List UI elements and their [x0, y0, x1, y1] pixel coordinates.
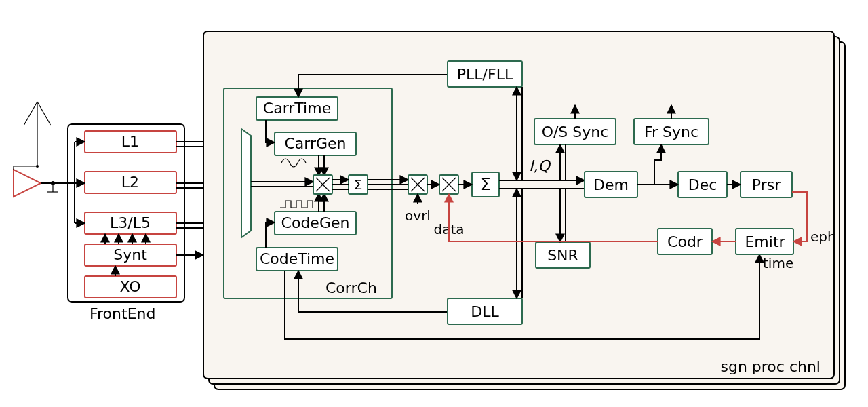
svg-marker-3 — [14, 170, 41, 197]
channel-panel-label: sgn proc chnl — [720, 358, 821, 375]
input-mux — [241, 129, 251, 237]
block-dll-label: DLL — [471, 303, 499, 320]
block-prsr-label: Prsr — [752, 176, 781, 193]
label-ovrl: ovrl — [405, 208, 431, 224]
block-synt-label: Synt — [113, 246, 147, 263]
block-codetime-label: CodeTime — [260, 250, 334, 267]
block-dec-label: Dec — [688, 176, 717, 193]
svg-line-2 — [37, 102, 51, 125]
diagram-root: FrontEnd L1 L2 L3/L5 Synt XO sgn proc ch… — [0, 0, 868, 407]
block-ossync-label: O/S Sync — [542, 123, 609, 140]
chain-sum-icon: Σ — [472, 172, 499, 197]
antenna-icon — [24, 102, 51, 156]
block-l3l5-label: L3/L5 — [110, 214, 151, 231]
block-l2-label: L2 — [121, 174, 139, 191]
block-emitr-label: Emitr — [745, 233, 785, 250]
label-eph: eph — [810, 229, 836, 245]
corr-mixer-icon — [313, 175, 332, 194]
data-mixer-icon — [439, 175, 458, 194]
block-snr-label: SNR — [547, 247, 578, 264]
block-frsync-label: Fr Sync — [644, 123, 698, 140]
frontend-label: FrontEnd — [90, 305, 155, 322]
block-l1-label: L1 — [121, 133, 139, 150]
block-pllfll-label: PLL/FLL — [457, 66, 513, 83]
lna-icon — [14, 170, 41, 197]
block-codr-label: Codr — [667, 233, 703, 250]
block-codegen-label: CodeGen — [281, 214, 350, 231]
corr-sum-icon: Σ — [349, 175, 368, 194]
block-xo-label: XO — [120, 278, 141, 295]
svg-text:Σ: Σ — [480, 175, 490, 194]
ovrl-mixer-icon — [408, 175, 427, 194]
svg-line-1 — [24, 102, 37, 125]
corrch-label: CorrCh — [326, 279, 377, 296]
svg-text:Σ: Σ — [354, 176, 363, 193]
label-time: time — [763, 255, 793, 271]
label-iq: I,Q — [529, 157, 551, 174]
block-dem-label: Dem — [593, 176, 629, 193]
block-carrgen-label: CarrGen — [284, 135, 346, 152]
block-carrtime-label: CarrTime — [263, 100, 331, 117]
